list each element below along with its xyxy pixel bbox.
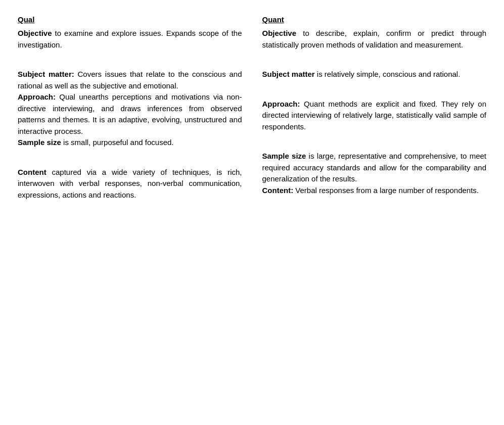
quant-sample-section: Sample size is large, representative and… <box>262 151 487 196</box>
quant-subject-text: Subject matter is relatively simple, con… <box>262 69 487 80</box>
quant-approach-section: Approach: Quant methods are explicit and… <box>262 99 487 133</box>
qual-subject-label: Subject matter: <box>18 70 74 78</box>
quant-sample-label: Sample size <box>262 152 306 160</box>
qual-content-body: captured via a wide variety of technique… <box>18 168 242 199</box>
quant-objective-text: Objective to describe, explain, confirm … <box>262 28 487 51</box>
quant-subject-section: Subject matter is relatively simple, con… <box>262 69 487 80</box>
quant-objective-label: Objective <box>262 29 297 37</box>
qual-heading: Qual <box>18 15 242 24</box>
qual-objective-label: Objective <box>18 29 52 37</box>
quant-objective-section: Objective to describe, explain, confirm … <box>262 28 487 51</box>
qual-objective-section: Objective to examine and explore issues.… <box>18 28 242 51</box>
quant-subject-body: is relatively simple, conscious and rati… <box>315 70 461 78</box>
qual-content-text: Content captured via a wide variety of t… <box>18 167 242 201</box>
quant-objective-body: to describe, explain, confirm or predict… <box>262 29 487 49</box>
qual-column: Qual Objective to examine and explore is… <box>15 10 245 214</box>
quant-approach-text: Approach: Quant methods are explicit and… <box>262 99 487 133</box>
comparison-table: Qual Objective to examine and explore is… <box>15 10 489 214</box>
quant-content-label: Content: <box>262 186 294 195</box>
quant-content-text: Content: Verbal responses from a large n… <box>262 185 487 197</box>
qual-content-label: Content <box>18 168 47 176</box>
qual-approach-label: Approach: <box>18 92 56 101</box>
quant-approach-label: Approach: <box>262 100 300 108</box>
qual-approach-text: Approach: Qual unearths perceptions and … <box>18 91 242 137</box>
quant-content-body: Verbal responses from a large number of … <box>293 186 479 195</box>
qual-sample-body: is small, purposeful and focused. <box>61 138 174 147</box>
qual-subject-section: Subject matter: Covers issues that relat… <box>18 69 242 149</box>
qual-sample-text: Sample size is small, purposeful and foc… <box>18 137 242 149</box>
quant-column: Quant Objective to describe, explain, co… <box>260 10 489 214</box>
qual-objective-text: Objective to examine and explore issues.… <box>18 28 242 51</box>
quant-subject-label: Subject matter <box>262 70 315 78</box>
qual-content-section: Content captured via a wide variety of t… <box>18 167 242 201</box>
qual-subject-text: Subject matter: Covers issues that relat… <box>18 69 242 91</box>
quant-sample-text: Sample size is large, representative and… <box>262 151 487 185</box>
qual-sample-label: Sample size <box>18 138 61 147</box>
quant-heading: Quant <box>262 15 487 24</box>
